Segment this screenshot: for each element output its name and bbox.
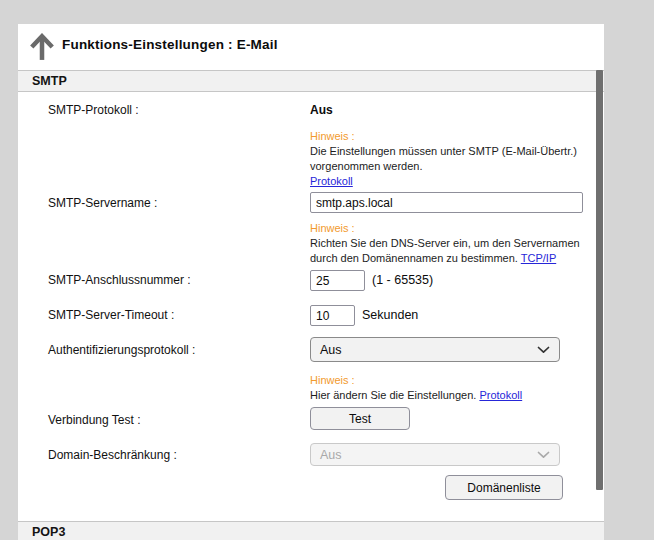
domain-restriction-select: Aus [310,443,560,466]
auth-protocol-select[interactable]: Aus [310,337,560,362]
smtp-port-label: SMTP-Anschlussnummer : [48,273,191,287]
domain-restriction-selected-value: Aus [320,448,342,462]
domain-list-button[interactable]: Domänenliste [445,475,563,500]
note-title: Hinweis : [310,129,577,144]
section-header-smtp: SMTP [18,70,604,92]
smtp-port-input[interactable] [310,270,365,291]
auth-protocol-note: Hinweis : Hier ändern Sie die Einstellun… [310,373,522,403]
note-title: Hinweis : [310,373,522,388]
note-line: vorgenommen werden. [310,159,577,174]
smtp-protocol-label: SMTP-Protokoll : [48,103,139,117]
auth-protocol-label: Authentifizierungsprotokoll : [48,343,195,357]
chevron-down-icon [537,346,550,354]
note-line: Richten Sie den DNS-Server ein, um den S… [310,236,580,251]
smtp-protocol-value: Aus [310,103,333,117]
auth-protocol-selected-value: Aus [320,343,342,357]
protocol-link[interactable]: Protokoll [479,389,522,401]
connection-test-label: Verbindung Test : [48,413,141,427]
tcpip-link[interactable]: TCP/IP [521,252,556,264]
test-button[interactable]: Test [310,407,410,430]
vertical-scrollbar-thumb[interactable] [596,70,603,490]
note-title: Hinweis : [310,221,580,236]
back-up-arrow-icon[interactable] [29,33,55,61]
page-header: Funktions-Einstellungen : E-Mail [18,24,604,70]
smtp-timeout-label: SMTP-Server-Timeout : [48,308,174,322]
note-line: Hier ändern Sie die Einstellungen. [310,389,476,401]
content-panel: Funktions-Einstellungen : E-Mail SMTP SM… [18,24,604,540]
smtp-server-name-label: SMTP-Servername : [48,196,157,210]
chevron-down-icon [537,451,550,459]
domain-restriction-label: Domain-Beschränkung : [48,448,177,462]
page-title: Funktions-Einstellungen : E-Mail [62,37,278,52]
smtp-server-name-note: Hinweis : Richten Sie den DNS-Server ein… [310,221,580,266]
smtp-server-name-input[interactable] [310,192,583,213]
note-line: Die Einstellungen müssen unter SMTP (E-M… [310,144,577,159]
smtp-timeout-input[interactable] [310,305,355,326]
note-line: durch den Domänennamen zu bestimmen. [310,252,518,264]
smtp-port-range-hint: (1 - 65535) [372,273,433,287]
section-header-pop3: POP3 [18,521,604,540]
protocol-link[interactable]: Protokoll [310,175,353,187]
smtp-protocol-note: Hinweis : Die Einstellungen müssen unter… [310,129,577,189]
smtp-timeout-unit: Sekunden [362,308,418,322]
